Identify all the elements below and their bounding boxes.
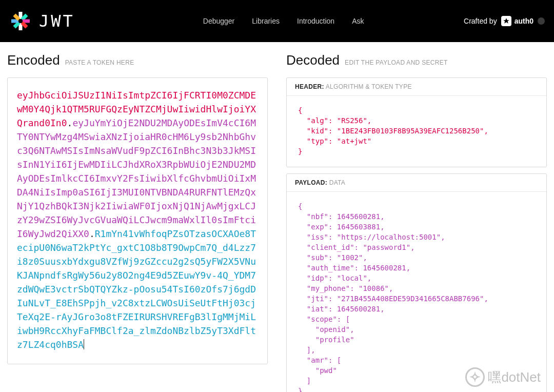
decoded-payload-panel: PAYLOAD: DATA { "nbf": 1645600281, "exp"…: [286, 173, 547, 392]
nav-debugger[interactable]: Debugger: [203, 17, 235, 25]
brand-text: JWT: [39, 11, 75, 31]
decoded-column: Decoded EDIT THE PAYLOAD AND SECRET HEAD…: [286, 52, 547, 392]
encoded-token-input[interactable]: eyJhbGciOiJSUzI1NiIsImtpZCI6IjFCRTI0M0ZC…: [7, 77, 268, 364]
decoded-title: Decoded EDIT THE PAYLOAD AND SECRET: [286, 52, 547, 68]
svg-line-6: [22, 23, 27, 27]
encoded-subheading: PASTE A TOKEN HERE: [65, 59, 134, 66]
svg-line-3: [14, 23, 19, 27]
encoded-column: Encoded PASTE A TOKEN HERE eyJhbGciOiJSU…: [7, 52, 268, 392]
jwt-logo-icon: [9, 10, 32, 32]
auth0-text: auth0: [515, 17, 533, 25]
crafted-by: Crafted by auth0: [464, 16, 545, 26]
decoded-payload-label: PAYLOAD: DATA: [287, 174, 546, 192]
nav-ask[interactable]: Ask: [352, 17, 364, 25]
decoded-header-panel: HEADER: ALGORITHM & TOKEN TYPE { "alg": …: [286, 77, 547, 167]
auth0-link[interactable]: auth0: [501, 16, 533, 26]
main: Encoded PASTE A TOKEN HERE eyJhbGciOiJSU…: [0, 42, 554, 392]
svg-line-7: [14, 15, 19, 19]
nav-libraries[interactable]: Libraries: [252, 17, 280, 25]
token-payload-segment: eyJuYmYiOjE2NDU2MDAyODEsImV4cCI6MTY0NTYw…: [17, 117, 256, 239]
brand[interactable]: JWT: [9, 10, 75, 32]
decoded-heading: Decoded: [286, 52, 340, 68]
nav: Debugger Libraries Introduction Ask: [203, 17, 364, 25]
encoded-heading: Encoded: [7, 52, 60, 68]
decoded-header-label: HEADER: ALGORITHM & TOKEN TYPE: [287, 78, 546, 96]
help-icon[interactable]: [538, 17, 545, 25]
text-cursor: [84, 339, 84, 349]
nav-introduction[interactable]: Introduction: [297, 17, 334, 25]
decoded-subheading: EDIT THE PAYLOAD AND SECRET: [345, 59, 448, 66]
top-bar: JWT Debugger Libraries Introduction Ask …: [0, 0, 554, 42]
svg-line-2: [22, 15, 27, 19]
token-signature-segment: R1mYn41vWhfoqPZsOTzasOCXAOe8TecipU0N6waT…: [17, 228, 256, 350]
crafted-label: Crafted by: [464, 17, 497, 25]
auth0-icon: [501, 16, 511, 26]
encoded-title: Encoded PASTE A TOKEN HERE: [7, 52, 268, 68]
decoded-payload-json[interactable]: { "nbf": 1645600281, "exp": 1645603881, …: [287, 192, 546, 392]
decoded-header-json[interactable]: { "alg": "RS256", "kid": "1BE243FB0103F8…: [287, 96, 546, 167]
